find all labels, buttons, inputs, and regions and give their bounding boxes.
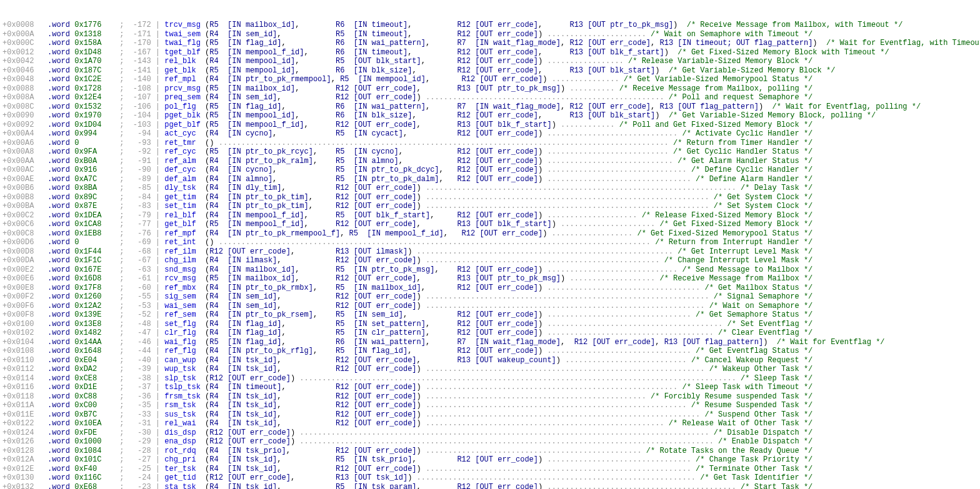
comment: /* Send Message to Mailbox */ bbox=[682, 265, 812, 274]
asm-row[interactable]: +0x0128 .word 0x1084 ; -28 | rot_rdq (R4… bbox=[2, 447, 978, 456]
asm-row[interactable]: +0x0092 .word 0x1D04 ; -103 | pget_blf (… bbox=[2, 121, 978, 130]
offset: +0x0110 bbox=[2, 356, 48, 365]
comment: /* Wait on Semaphore with Timeout */ bbox=[651, 30, 812, 39]
index: ; -53 bbox=[119, 302, 156, 310]
asm-row[interactable]: +0x0104 .word 0x14AA ; -46 | wai_flg (R5… bbox=[2, 338, 978, 347]
offset: +0x00C2 bbox=[2, 211, 48, 220]
asm-row[interactable]: +0x00A8 .word 0x9FA ; -92 | ref_cyc (R5 … bbox=[2, 147, 978, 157]
hex-value: 0xC88 bbox=[74, 392, 119, 401]
asm-row[interactable]: +0x000A .word 0x1318 ; -171 | twai_sem (… bbox=[2, 30, 978, 39]
asm-row[interactable]: +0x0108 .word 0x1648 ; -44 | ref_flg (R4… bbox=[2, 347, 978, 356]
asm-row[interactable]: +0x00C8 .word 0x1EB8 ; -76 | ref_mpf (R4… bbox=[2, 229, 978, 239]
asm-row[interactable]: +0x00AA .word 0xB0A ; -91 | ref_alm (R4 … bbox=[2, 157, 978, 166]
directive: .word bbox=[48, 284, 74, 292]
directive: .word bbox=[48, 302, 74, 310]
directive: .word bbox=[48, 455, 74, 464]
index: ; -36 bbox=[119, 392, 156, 401]
asm-row[interactable]: +0x012A .word 0x101C ; -27 | chg_pri (R4… bbox=[2, 455, 978, 465]
asm-row[interactable]: +0x00B8 .word 0x89C ; -84 | get_tim (R4 … bbox=[2, 193, 978, 202]
directive: .word bbox=[48, 157, 74, 165]
function-name: twai_flg bbox=[164, 39, 201, 47]
offset: +0x00A6 bbox=[2, 139, 48, 147]
asm-row[interactable]: +0x00F6 .word 0x12A2 ; -53 | wai_sem (R4… bbox=[2, 302, 978, 311]
separator: | bbox=[156, 30, 160, 39]
asm-row[interactable]: +0x0046 .word 0x187C ; -141 | get_blk (R… bbox=[2, 66, 978, 76]
asm-row[interactable]: +0x0122 .word 0x10EA ; -31 | rel_wai (R4… bbox=[2, 419, 978, 428]
separator: | bbox=[156, 48, 160, 57]
asm-row[interactable]: +0x0090 .word 0x1970 ; -104 | pget_blk (… bbox=[2, 111, 978, 121]
hex-value: 0x89C bbox=[74, 193, 119, 202]
comment: /* Release Variable-Sized Memory Block *… bbox=[628, 57, 812, 66]
asm-row[interactable]: +0x00A4 .word 0x994 ; -94 | act_cyc (R4 … bbox=[2, 129, 978, 139]
asm-row[interactable]: +0x00DA .word 0x1F1C ; -67 | chg_ilm (R4… bbox=[2, 256, 978, 265]
asm-row[interactable]: +0x0100 .word 0x13E8 ; -48 | set_flg (R4… bbox=[2, 320, 978, 329]
asm-row[interactable]: +0x0126 .word 0x1000 ; -29 | ena_dsp (R1… bbox=[2, 437, 978, 447]
function-name: ref_sem bbox=[164, 310, 201, 319]
asm-row[interactable]: +0x011A .word 0xC00 ; -35 | rsm_tsk (R4 … bbox=[2, 401, 978, 410]
asm-row[interactable]: +0x00F8 .word 0x139E ; -52 | ref_sem (R4… bbox=[2, 310, 978, 320]
asm-row[interactable]: +0x0114 .word 0xCE8 ; -38 | slp_tsk (R12… bbox=[2, 374, 978, 383]
directive: .word bbox=[48, 175, 74, 184]
asm-row[interactable]: +0x00D8 .word 0x1F44 ; -68 | ref_ilm (R1… bbox=[2, 247, 978, 257]
asm-row[interactable]: +0x0088 .word 0x1728 ; -108 | prcv_msg (… bbox=[2, 84, 978, 94]
offset: +0x0088 bbox=[2, 84, 48, 93]
comment: /* Poll and request Semaphore */ bbox=[669, 93, 812, 102]
comment: /* Rotate Tasks on the Ready Queue */ bbox=[646, 447, 812, 455]
asm-row[interactable]: +0x00A6 .word 0 ; -93 | ret_tmr () .....… bbox=[2, 139, 978, 148]
asm-row[interactable]: +0x000C .word 0x158A ; -170 | twai_flg (… bbox=[2, 39, 978, 48]
asm-row[interactable]: +0x00AC .word 0x916 ; -90 | def_cyc (R4 … bbox=[2, 165, 978, 175]
params: (R4 [IN tsk_id], R12 [OUT err_code]) bbox=[205, 401, 421, 410]
asm-row[interactable]: +0x0130 .word 0x116C ; -24 | get_tid (R1… bbox=[2, 473, 978, 483]
offset: +0x00C8 bbox=[2, 229, 48, 238]
asm-row[interactable]: +0x0048 .word 0x1C2E ; -140 | ref_mpl (R… bbox=[2, 75, 978, 84]
asm-row[interactable]: +0x0132 .word 0xE68 ; -23 | sta_tsk (R4 … bbox=[2, 483, 978, 490]
params: () bbox=[205, 238, 214, 247]
asm-row[interactable]: +0x011E .word 0xB7C ; -33 | sus_tsk (R4 … bbox=[2, 410, 978, 420]
disassembly-listing: +0x0008 .word 0x1776 ; -172 | trcv_msg (… bbox=[2, 21, 978, 489]
index: ; -91 bbox=[119, 157, 156, 165]
params: (R5 [IN mailbox_id], R12 [OUT err_code],… bbox=[205, 84, 565, 93]
asm-row[interactable]: +0x00D6 .word 0 ; -69 | ret_int () .....… bbox=[2, 238, 978, 247]
index: ; -103 bbox=[119, 121, 156, 129]
asm-row[interactable]: +0x00B6 .word 0x8BA ; -85 | dly_tsk (R4 … bbox=[2, 184, 978, 193]
asm-row[interactable]: +0x00E6 .word 0x16D8 ; -61 | rcv_msg (R5… bbox=[2, 274, 978, 284]
separator: | bbox=[156, 157, 160, 165]
separator: | bbox=[156, 238, 160, 247]
index: ; -40 bbox=[119, 356, 156, 365]
asm-row[interactable]: +0x00E2 .word 0x167E ; -63 | snd_msg (R4… bbox=[2, 265, 978, 275]
asm-row[interactable]: +0x00C2 .word 0x1DEA ; -79 | rel_blf (R4… bbox=[2, 211, 978, 220]
hex-value: 0x1482 bbox=[74, 328, 119, 337]
index: ; -104 bbox=[119, 111, 156, 120]
function-name: rel_wai bbox=[164, 419, 201, 428]
asm-row[interactable]: +0x00AE .word 0xA7C ; -89 | def_alm (R4 … bbox=[2, 175, 978, 184]
hex-value: 0xE04 bbox=[74, 356, 119, 365]
separator: | bbox=[156, 428, 160, 437]
directive: .word bbox=[48, 93, 74, 102]
comment: /* Delay Task */ bbox=[741, 184, 812, 192]
asm-row[interactable]: +0x00E8 .word 0x17F8 ; -60 | ref_mbx (R4… bbox=[2, 284, 978, 293]
asm-row[interactable]: +0x00F2 .word 0x1260 ; -55 | sig_sem (R4… bbox=[2, 292, 978, 302]
asm-row[interactable]: +0x0042 .word 0x1A70 ; -143 | rel_blk (R… bbox=[2, 57, 978, 66]
separator: | bbox=[156, 165, 160, 174]
asm-row[interactable]: +0x0112 .word 0xDA2 ; -39 | wup_tsk (R4 … bbox=[2, 365, 978, 374]
asm-row[interactable]: +0x0118 .word 0xC88 ; -36 | frsm_tsk (R4… bbox=[2, 392, 978, 402]
asm-row[interactable]: +0x0116 .word 0xD1E ; -37 | tslp_tsk (R4… bbox=[2, 383, 978, 392]
function-name: rsm_tsk bbox=[164, 401, 201, 410]
hex-value: 0x1D04 bbox=[74, 121, 119, 129]
directive: .word bbox=[48, 447, 74, 455]
function-name: ref_alm bbox=[164, 157, 201, 165]
index: ; -68 bbox=[119, 247, 156, 256]
asm-row[interactable]: +0x00BA .word 0x87E ; -83 | set_tim (R4 … bbox=[2, 202, 978, 211]
asm-row[interactable]: +0x0110 .word 0xE04 ; -40 | can_wup (R4 … bbox=[2, 356, 978, 365]
params: (R5 [IN mempool_f_id], R12 [OUT err_code… bbox=[205, 121, 556, 129]
asm-row[interactable]: +0x0008 .word 0x1776 ; -172 | trcv_msg (… bbox=[2, 21, 978, 30]
asm-row[interactable]: +0x012E .word 0xF40 ; -25 | ter_tsk (R4 … bbox=[2, 465, 978, 474]
directive: .word bbox=[48, 220, 74, 229]
asm-row[interactable]: +0x0124 .word 0xFDE ; -30 | dis_dsp (R12… bbox=[2, 428, 978, 438]
asm-row[interactable]: +0x0102 .word 0x1482 ; -47 | clr_flg (R4… bbox=[2, 328, 978, 338]
asm-row[interactable]: +0x00C6 .word 0x1CA8 ; -77 | get_blf (R5… bbox=[2, 220, 978, 229]
asm-row[interactable]: +0x008A .word 0x12E4 ; -107 | preq_sem (… bbox=[2, 93, 978, 102]
separator: | bbox=[156, 193, 160, 202]
asm-row[interactable]: +0x008C .word 0x1532 ; -106 | pol_flg (R… bbox=[2, 102, 978, 112]
asm-row[interactable]: +0x0012 .word 0x1D48 ; -167 | tget_blf (… bbox=[2, 48, 978, 57]
